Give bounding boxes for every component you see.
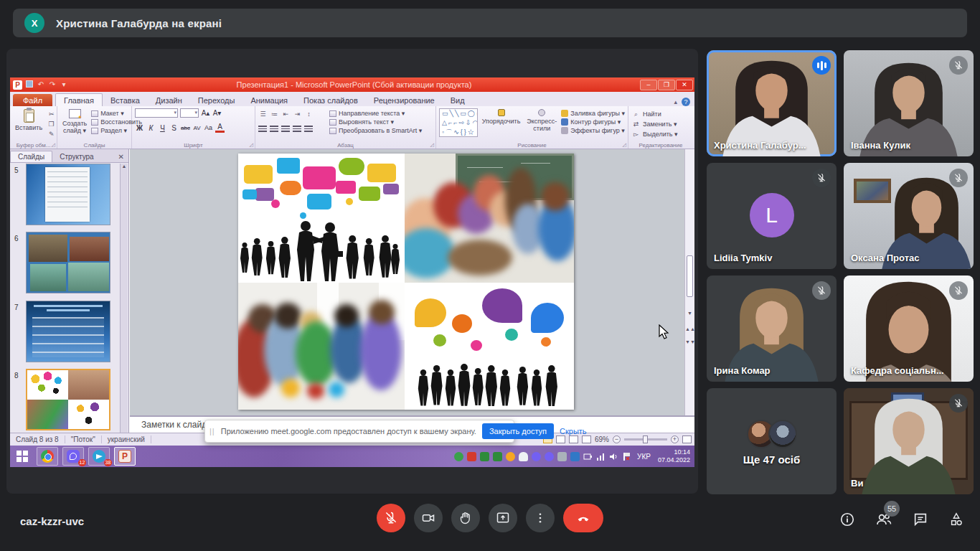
slide-thumbnail-6[interactable] — [26, 232, 110, 293]
strikethrough-button[interactable]: abc — [181, 125, 190, 131]
tray-network-icon[interactable] — [596, 452, 606, 461]
tray-antivirus2-icon[interactable] — [493, 452, 502, 461]
cut-icon[interactable]: ✂ — [47, 110, 56, 118]
keyboard-language[interactable]: УКР — [635, 453, 653, 461]
slides-tab[interactable]: Слайды — [10, 151, 52, 162]
zoom-in-icon[interactable]: + — [671, 435, 679, 443]
char-spacing-button[interactable]: AV — [192, 125, 202, 131]
grow-font-icon[interactable]: А▴ — [201, 109, 210, 117]
indent-more-icon[interactable]: ⇥ — [293, 110, 302, 118]
tray-viber-icon[interactable] — [532, 452, 541, 461]
shape-outline-button[interactable]: Контур фигуры ▾ — [561, 118, 625, 126]
language-indicator[interactable]: украинский — [102, 435, 151, 443]
change-case-button[interactable]: Aa — [204, 124, 213, 131]
align-text-button[interactable]: Выровнять текст ▾ — [329, 118, 422, 126]
panel-close-icon[interactable]: ✕ — [114, 153, 128, 162]
taskbar-chrome[interactable] — [37, 447, 58, 466]
tab-animation[interactable]: Анимация — [242, 94, 296, 106]
outline-tab[interactable]: Структура — [52, 151, 100, 162]
columns-icon[interactable] — [304, 126, 313, 133]
font-dialog-launcher[interactable]: ◿ — [250, 142, 253, 148]
paste-button[interactable]: Вставить — [13, 108, 44, 140]
restore-button[interactable]: ❐ — [658, 80, 675, 90]
align-center-icon[interactable] — [270, 126, 278, 133]
tray-viber2-icon[interactable] — [545, 452, 554, 461]
select-button[interactable]: ▻Выделить ▾ — [631, 130, 678, 138]
chat-button[interactable] — [913, 512, 928, 530]
video-tile-iryna[interactable]: Ірина Комар — [707, 276, 837, 382]
redo-icon[interactable]: ↷ — [48, 80, 57, 89]
video-tile-khrystyna[interactable]: Христина Галабур... — [707, 50, 837, 156]
activities-button[interactable] — [948, 512, 964, 530]
panel-scrollbar[interactable]: ▲ — [120, 164, 128, 433]
arrange-button[interactable]: Упорядочить — [480, 108, 523, 140]
line-spacing-icon[interactable]: ↕ — [304, 110, 314, 118]
replace-button[interactable]: ⇄Заменить ▾ — [631, 120, 678, 128]
minimize-ribbon-icon[interactable]: ▴ — [674, 98, 677, 105]
minimize-button[interactable]: – — [640, 80, 657, 90]
present-screen-button[interactable] — [489, 504, 517, 532]
taskbar-clock[interactable]: 10:14 07.04.2022 — [656, 448, 690, 464]
tray-display-icon[interactable] — [557, 452, 567, 461]
text-direction-button[interactable]: Направление текста ▾ — [329, 110, 422, 117]
new-slide-button[interactable]: Создать слайд ▾ — [60, 108, 89, 140]
shadow-button[interactable]: S — [169, 124, 179, 132]
tab-file[interactable]: Файл — [13, 94, 52, 106]
italic-button[interactable]: К — [146, 124, 156, 132]
video-tile-you[interactable]: Ви — [844, 388, 974, 494]
drawing-dialog-launcher[interactable]: ◿ — [623, 142, 626, 148]
video-tile-lidiia[interactable]: L Lidiia Tymkiv — [707, 163, 837, 269]
font-color-button[interactable]: А — [215, 123, 225, 133]
mic-off-button[interactable] — [377, 504, 405, 532]
tab-insert[interactable]: Вставка — [103, 94, 148, 106]
taskbar-powerpoint[interactable]: P — [114, 447, 136, 466]
tray-orange-icon[interactable] — [506, 452, 515, 461]
current-slide-canvas[interactable] — [238, 154, 574, 410]
find-button[interactable]: ⌕Найти — [631, 110, 678, 118]
camera-button[interactable] — [414, 504, 443, 532]
stop-sharing-button[interactable]: Закрыть доступ — [482, 423, 554, 439]
format-painter-icon[interactable]: ✎ — [47, 130, 56, 138]
hang-up-button[interactable] — [563, 504, 603, 532]
drag-handle-icon[interactable]: || — [209, 427, 215, 435]
numbering-icon[interactable]: ≔ — [270, 110, 279, 118]
zoom-out-icon[interactable]: − — [613, 435, 621, 443]
tab-review[interactable]: Рецензирование — [366, 94, 443, 106]
underline-button[interactable]: Ч — [158, 124, 167, 132]
save-icon[interactable] — [25, 80, 34, 89]
scrollbar-thumb[interactable] — [687, 255, 693, 297]
quick-styles-button[interactable]: Экспресс-стили — [524, 108, 559, 140]
slide-thumbnail-5[interactable] — [26, 164, 110, 225]
video-tile-oksana[interactable]: Оксана Протас — [844, 163, 974, 269]
copy-icon[interactable]: ❐ — [47, 120, 56, 128]
tab-home[interactable]: Главная — [55, 93, 103, 106]
video-tile-kafedra[interactable]: Кафедра соціальн... — [844, 276, 974, 382]
tray-cloud-icon[interactable] — [519, 452, 528, 461]
close-button[interactable]: ✕ — [676, 80, 693, 90]
participants-button[interactable]: 55 — [875, 511, 892, 531]
shape-effects-button[interactable]: Эффекты фигур ▾ — [561, 127, 625, 134]
qat-dropdown-icon[interactable]: ▾ — [60, 80, 68, 89]
tray-red-app-icon[interactable] — [467, 452, 476, 461]
more-options-button[interactable] — [526, 504, 555, 532]
previous-slide-icon[interactable]: ▲▲ — [685, 324, 694, 334]
video-tile-ivanna[interactable]: Іванна Кулик — [844, 50, 974, 156]
align-left-icon[interactable] — [258, 126, 267, 133]
hide-link[interactable]: Скрыть — [560, 427, 587, 435]
tab-view[interactable]: Вид — [443, 94, 473, 106]
shapes-gallery[interactable]: ▭╲╲▭◯▭△⌐⌐⇨⇩◠◦⌒∿{}☆ — [439, 108, 478, 137]
tray-blue-app-icon[interactable] — [570, 452, 580, 461]
meeting-details-button[interactable] — [839, 512, 855, 530]
overflow-tile-more-people[interactable]: Ще 47 осіб — [707, 388, 837, 494]
fit-to-window-icon[interactable] — [682, 435, 692, 443]
tray-antivirus-icon[interactable] — [480, 452, 489, 461]
align-right-icon[interactable] — [281, 126, 290, 133]
reading-view-icon[interactable] — [569, 435, 578, 443]
help-icon[interactable]: ? — [682, 98, 690, 106]
scroll-down-icon[interactable]: ▼ — [685, 309, 694, 318]
slide-thumbnail-7[interactable] — [26, 301, 110, 362]
font-size-box[interactable] — [180, 108, 199, 118]
clipboard-dialog-launcher[interactable]: ◿ — [52, 142, 55, 148]
slide-sorter-icon[interactable] — [556, 435, 565, 443]
indent-less-icon[interactable]: ⇤ — [281, 110, 291, 118]
